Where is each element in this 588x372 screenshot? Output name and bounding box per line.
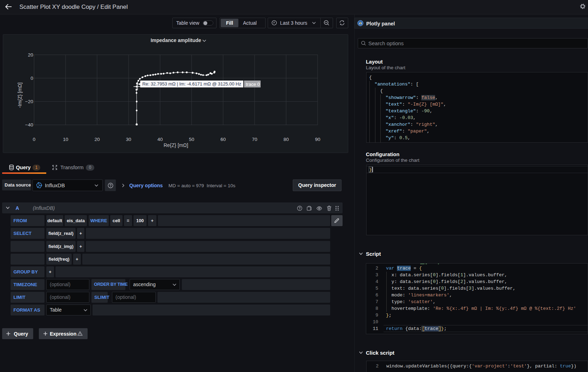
svg-text:−40: −40 bbox=[25, 122, 33, 128]
svg-text:Re{Z} [mΩ]: Re{Z} [mΩ] bbox=[164, 142, 188, 148]
svg-text:−20: −20 bbox=[25, 99, 33, 104]
svg-text:70: 70 bbox=[252, 137, 257, 142]
svg-text:Re: 32.7953 mΩ | Im: -4.6171 m: Re: 32.7953 mΩ | Im: -4.6171 mΩ @ 3125.0… bbox=[142, 81, 241, 87]
svg-text:20: 20 bbox=[28, 52, 33, 58]
svg-text:0: 0 bbox=[30, 76, 33, 81]
svg-text:50: 50 bbox=[189, 137, 194, 142]
svg-text:Impedance amplitude: Impedance amplitude bbox=[150, 37, 201, 43]
svg-text:trace 0: trace 0 bbox=[246, 82, 260, 87]
svg-text:10: 10 bbox=[63, 137, 68, 142]
svg-text:60: 60 bbox=[220, 137, 226, 142]
svg-text:0: 0 bbox=[33, 137, 36, 142]
svg-text:30: 30 bbox=[126, 137, 131, 142]
svg-text:40: 40 bbox=[158, 137, 163, 142]
svg-text:20: 20 bbox=[94, 137, 100, 142]
svg-text:90: 90 bbox=[315, 137, 320, 142]
svg-text:-Im{Z} [mΩ]: -Im{Z} [mΩ] bbox=[17, 83, 23, 108]
svg-text:80: 80 bbox=[284, 137, 289, 142]
